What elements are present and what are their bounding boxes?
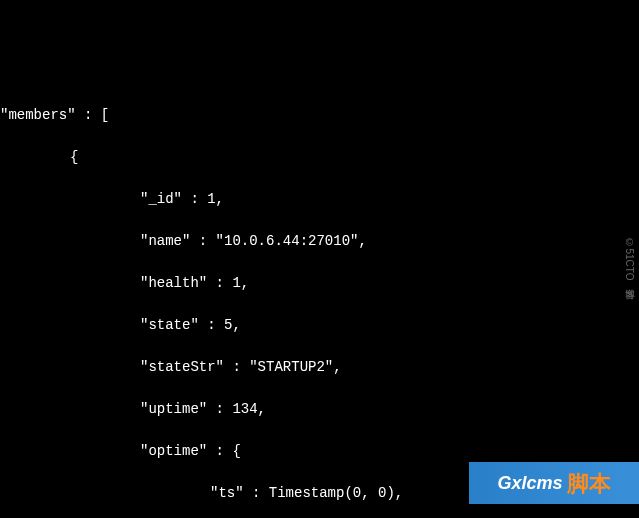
- code-line: "optime" : {: [0, 441, 639, 462]
- code-line: "name" : "10.0.6.44:27010",: [0, 231, 639, 252]
- code-line: "state" : 5,: [0, 315, 639, 336]
- code-line: {: [0, 147, 639, 168]
- code-block: "members" : [ { "_id" : 1, "name" : "10.…: [0, 84, 639, 518]
- code-line: "_id" : 1,: [0, 189, 639, 210]
- code-line: "stateStr" : "STARTUP2",: [0, 357, 639, 378]
- code-line: "uptime" : 134,: [0, 399, 639, 420]
- code-line: "health" : 1,: [0, 273, 639, 294]
- logo-text-chinese: 脚本: [567, 467, 611, 500]
- code-line: "members" : [: [0, 105, 639, 126]
- logo-text-english: Gxlcms: [497, 470, 562, 497]
- watermark-text: ©51CTO博客: [622, 237, 637, 280]
- logo-badge: Gxlcms 脚本: [469, 462, 639, 504]
